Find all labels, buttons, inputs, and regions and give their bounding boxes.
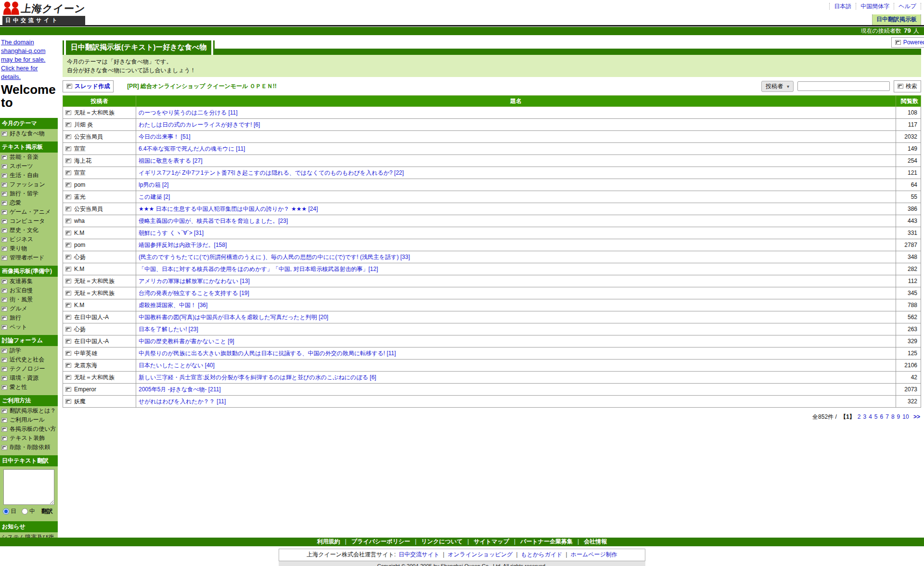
- sidebar-item[interactable]: ペット: [0, 322, 58, 332]
- radio-chinese[interactable]: [22, 508, 28, 515]
- sidebar-item[interactable]: 生活・自由: [0, 171, 58, 180]
- sidebar-item[interactable]: 恋愛: [0, 198, 58, 207]
- domain-ad[interactable]: The domainshanghai-q.commay be for sale.…: [0, 35, 58, 83]
- translate-button[interactable]: 翻訳: [41, 507, 53, 515]
- company-link[interactable]: もとからガイド: [513, 551, 562, 558]
- thread-link[interactable]: 靖国参拝反対は内政干渉だ。[158]: [139, 242, 227, 248]
- thread-link[interactable]: 2005年5月 -好きな食べ物- [211]: [139, 386, 221, 393]
- sidebar-item[interactable]: テクノロジー: [0, 364, 58, 373]
- page-link[interactable]: 3: [863, 413, 866, 420]
- search-button[interactable]: 検索: [894, 80, 921, 92]
- ad-link-line[interactable]: details.: [1, 73, 57, 81]
- thread-link[interactable]: せがれはわびを入れたか？？ [11]: [139, 398, 226, 405]
- thread-link[interactable]: 中国の歴史教科書が書かないこと [9]: [139, 338, 234, 345]
- sidebar-item[interactable]: 近代史と社会: [0, 355, 58, 364]
- sidebar-item[interactable]: 歴史・文化: [0, 226, 58, 235]
- site-subtitle: 日中交流サイト: [2, 16, 85, 26]
- footer-link[interactable]: 会社情報: [573, 538, 607, 545]
- company-link[interactable]: オンラインショッピング: [439, 551, 513, 558]
- footer-link[interactable]: サイトマップ: [462, 538, 509, 545]
- sidebar-item[interactable]: 芸能・音楽: [0, 153, 58, 162]
- page-link[interactable]: 5: [874, 413, 878, 420]
- page-link[interactable]: 10: [902, 413, 909, 420]
- thread-link[interactable]: イギリス7フ1が Z中7フ1テント畨7引き起こすのは隠れる、ではなくてのものもわ…: [139, 169, 404, 176]
- powered-button[interactable]: Powered: [891, 37, 924, 48]
- sidebar-item[interactable]: スポーツ: [0, 162, 58, 171]
- sidebar-item[interactable]: 語学: [0, 346, 58, 355]
- pr-link[interactable]: [PR] 総合オンラインショップ クイーンモール ＯＰＥＮ!!: [127, 82, 277, 90]
- footer-link[interactable]: 利用規約: [317, 538, 340, 545]
- sidebar-item[interactable]: お宝自慢: [0, 286, 58, 295]
- sidebar-item[interactable]: 翻訳掲示板とは？: [0, 406, 58, 415]
- header-lang-link[interactable]: 日本語: [829, 3, 856, 10]
- footer-link[interactable]: プライバシーポリシー: [340, 538, 410, 545]
- thread-link[interactable]: 日本を了解したい! [23]: [139, 326, 198, 333]
- thread-link[interactable]: アメリカの軍隊は解放軍にかなわない [13]: [139, 278, 250, 284]
- sidebar-item[interactable]: ファッション: [0, 180, 58, 189]
- company-link[interactable]: 日中交流サイト: [398, 551, 439, 558]
- thread-link[interactable]: 中国教科書の図(写真)は中国兵が日本人を虐殺した写真だったと判明 [20]: [139, 314, 328, 321]
- radio-japanese[interactable]: [3, 508, 9, 515]
- search-input[interactable]: [797, 81, 890, 91]
- next-pages-link[interactable]: >>: [913, 413, 920, 420]
- footer-link[interactable]: リンクについて: [410, 538, 462, 545]
- notice-list: システム障害及び復旧に関するお知らせお知らせデータ消失について(最新情報): [0, 532, 58, 538]
- thread-link[interactable]: 虐殺推奨国家、中国！ [36]: [139, 302, 207, 309]
- thread-link[interactable]: 「中国、日本に対する核兵器の使用をほのめかす」「中国, 对日本暗示核武器射击的事…: [139, 266, 378, 272]
- footer-link[interactable]: パートナー企業募集: [509, 538, 573, 545]
- thread-link[interactable]: 今日の出来事！ [51]: [139, 133, 191, 140]
- thread-link[interactable]: 6.4不幸な冤罪で死んだ人の魂モウに [11]: [139, 145, 245, 152]
- page-link[interactable]: 6: [880, 413, 884, 420]
- page-link[interactable]: 2: [858, 413, 861, 420]
- sidebar-item[interactable]: 街・風景: [0, 295, 58, 304]
- page-link[interactable]: 7: [886, 413, 889, 420]
- thread-link[interactable]: ★★★ 日本に生息する中国人犯罪集団は中国人の誇りか？ ★★★ [24]: [139, 206, 318, 212]
- sidebar-item[interactable]: グルメ: [0, 304, 58, 313]
- board-tab[interactable]: 日中翻訳掲示板: [872, 14, 921, 25]
- thread-link[interactable]: 新しい三字経・兵士宣言:反対の分裂が李を糾弾するのは輝と並びの水のこぶねにのぼる…: [139, 374, 376, 381]
- sidebar-item[interactable]: 各掲示板の使い方: [0, 424, 58, 434]
- ad-link-line[interactable]: The domain: [1, 38, 57, 47]
- header-lang-link[interactable]: 中国簡体字: [856, 3, 894, 10]
- sidebar-item[interactable]: 愛と性: [0, 383, 58, 392]
- page-link[interactable]: 4: [869, 413, 872, 420]
- sidebar-item[interactable]: ゲーム・アニメ: [0, 207, 58, 217]
- thread-link[interactable]: この建築 [2]: [139, 193, 170, 200]
- thread-link[interactable]: 中共祭りのが民族に出る大きい旗鼓動の人民は日本に抗議する、中国の外交の敗局に転移…: [139, 350, 396, 357]
- ad-link-line[interactable]: may be for sale.: [1, 55, 57, 64]
- sidebar-item[interactable]: コンピュータ: [0, 217, 58, 226]
- sidebar-item[interactable]: 旅行: [0, 313, 58, 322]
- header-lang-link[interactable]: ヘルプ: [894, 3, 921, 10]
- sidebar-item[interactable]: 削除・削除依頼: [0, 443, 58, 452]
- thread-link[interactable]: 祖国に敬意を表する [27]: [139, 157, 202, 164]
- sidebar-item[interactable]: 環境・資源: [0, 373, 58, 383]
- total-count: 全852件: [812, 413, 834, 420]
- page-link[interactable]: 8: [891, 413, 895, 420]
- sidebar-item[interactable]: 旅行・留学: [0, 189, 58, 198]
- create-thread-button[interactable]: スレッド作成: [63, 80, 114, 92]
- sidebar-item-label: 友達募集: [10, 278, 33, 285]
- translate-input[interactable]: [3, 469, 54, 505]
- site-logo[interactable]: 上海クイーン 日中交流サイト: [2, 1, 85, 26]
- page-link[interactable]: 9: [897, 413, 900, 420]
- sidebar-item[interactable]: 乗り物: [0, 244, 58, 253]
- thread-link[interactable]: のーつをやり笑うのは二を分ける [11]: [139, 109, 238, 116]
- sidebar-item[interactable]: 友達募集: [0, 277, 58, 286]
- ad-link-line[interactable]: Click here for: [1, 64, 57, 73]
- sidebar-item[interactable]: ご利用ルール: [0, 415, 58, 424]
- thread-link[interactable]: 侵略主義国の中国が、核兵器で日本を脅迫しました。[23]: [139, 218, 288, 224]
- thread-link[interactable]: 朝鮮にうす くヽ`∀´> [31]: [139, 230, 204, 236]
- sidebar-item[interactable]: 好きな食べ物: [0, 129, 58, 138]
- sidebar-item[interactable]: 管理者ボード: [0, 253, 58, 262]
- thread-link[interactable]: lp男の箱 [2]: [139, 181, 168, 188]
- thread-link[interactable]: 日本たいしたことがない [40]: [139, 362, 215, 369]
- thread-link[interactable]: わたしは日の式のカレーライスが好きです! [6]: [139, 121, 260, 128]
- thread-link[interactable]: (民主のですうちたてに(で)所謂何構造のうえに )、毎の人民の思想の中にに(で)…: [139, 254, 410, 260]
- sidebar-item[interactable]: テキスト装飾: [0, 434, 58, 443]
- notice-item[interactable]: システム障害及び復旧に関するお知らせ: [0, 532, 58, 538]
- company-link[interactable]: ホームページ制作: [562, 551, 617, 558]
- ad-link-line[interactable]: shanghai-q.com: [1, 47, 57, 55]
- sidebar-item[interactable]: ビジネス: [0, 235, 58, 244]
- search-category-select[interactable]: 投稿者 ▾: [761, 81, 794, 92]
- thread-link[interactable]: 台湾の発表が独立することを支持する [19]: [139, 290, 249, 296]
